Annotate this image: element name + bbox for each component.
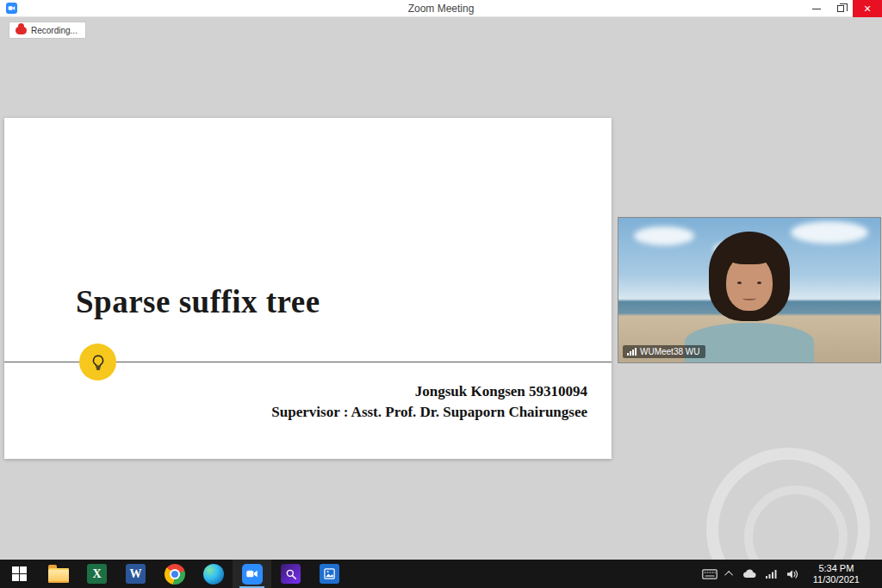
chrome-icon (165, 564, 185, 585)
slide-author-block: Jongsuk Kongsen 59310094 Supervisor : As… (271, 381, 587, 423)
word-icon: W (126, 564, 146, 584)
excel-icon: X (87, 564, 107, 584)
slide-author: Jongsuk Kongsen 59310094 (271, 381, 587, 402)
minimize-button[interactable] (804, 0, 829, 17)
photos-icon (320, 564, 339, 584)
zoom-meeting-window: Zoom Meeting ✕ Recording... Sparse suffi… (0, 0, 882, 588)
volume-icon[interactable] (786, 569, 798, 579)
system-tray: 5:34 PM 11/30/2021 (702, 560, 882, 588)
zoom-app-icon (6, 3, 17, 14)
windows-logo-icon (12, 566, 27, 581)
network-icon[interactable] (766, 569, 777, 579)
slide-supervisor: Supervisor : Asst. Prof. Dr. Supaporn Ch… (271, 402, 587, 423)
taskbar-search-button[interactable] (271, 560, 310, 588)
zoom-camera-icon (242, 564, 263, 585)
restore-button[interactable] (829, 0, 853, 17)
close-button[interactable]: ✕ (853, 0, 882, 17)
slide-title: Sparse suffix tree (76, 283, 320, 320)
participant-name-badge: WUMeet38 WU (623, 345, 705, 358)
taskbar-word-button[interactable]: W (116, 560, 155, 588)
tray-date: 11/30/2021 (813, 574, 860, 585)
taskbar: X W (0, 560, 882, 588)
taskbar-excel-button[interactable]: X (78, 560, 116, 588)
taskbar-start-button[interactable] (0, 560, 39, 588)
edge-icon (203, 564, 224, 585)
taskbar-edge-button[interactable] (194, 560, 233, 588)
signal-strength-icon (627, 348, 637, 356)
window-title: Zoom Meeting (0, 3, 882, 15)
tray-time: 5:34 PM (813, 563, 860, 574)
participant-video-tile[interactable]: WUMeet38 WU (618, 217, 881, 363)
wallpaper-watermark (706, 448, 870, 560)
touch-keyboard-icon[interactable] (702, 569, 717, 579)
participant-person (618, 218, 880, 362)
onedrive-cloud-icon[interactable] (742, 569, 756, 579)
recording-label: Recording... (31, 26, 78, 35)
search-icon (281, 564, 301, 584)
recording-indicator[interactable]: Recording... (9, 22, 86, 39)
taskbar-photos-button[interactable] (310, 560, 349, 588)
titlebar: Zoom Meeting ✕ (0, 0, 882, 17)
hidden-icons-chevron[interactable] (727, 571, 733, 577)
taskbar-clock[interactable]: 5:34 PM 11/30/2021 (808, 563, 865, 585)
taskbar-chrome-button[interactable] (155, 560, 194, 588)
window-controls: ✕ (804, 0, 882, 17)
participant-name: WUMeet38 WU (640, 347, 699, 356)
lightbulb-icon (79, 344, 116, 381)
taskbar-file-explorer-button[interactable] (39, 560, 78, 588)
taskbar-zoom-button[interactable] (233, 560, 271, 588)
meeting-content-area: Recording... Sparse suffix tree Jongsuk … (0, 17, 882, 560)
file-explorer-icon (48, 568, 69, 583)
presentation-slide: Sparse suffix tree Jongsuk Kongsen 59310… (4, 118, 612, 459)
recording-cloud-icon (16, 27, 27, 34)
